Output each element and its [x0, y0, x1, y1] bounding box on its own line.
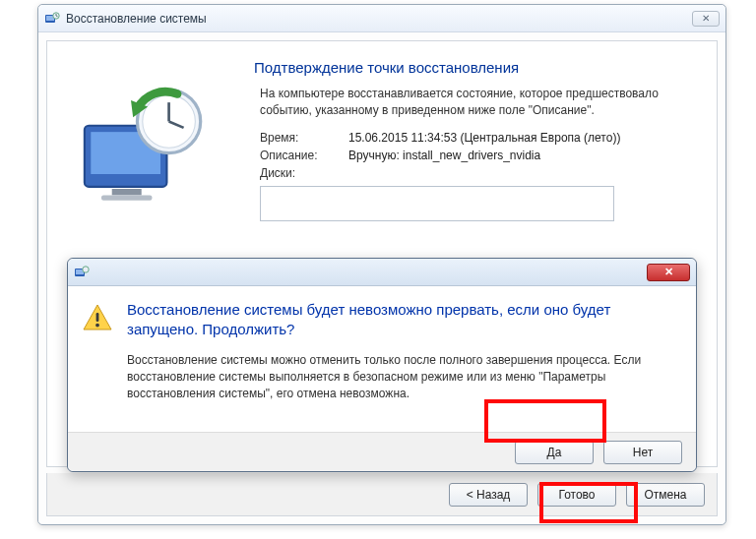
- cancel-button[interactable]: Отмена: [626, 483, 705, 507]
- yes-button[interactable]: Да: [515, 441, 594, 464]
- close-icon: ✕: [702, 14, 710, 24]
- dialog-body: Восстановление системы будет невозможно …: [68, 286, 696, 409]
- wizard-text-area: Подтверждение точки восстановления На ко…: [254, 59, 707, 221]
- warning-icon: [82, 302, 117, 403]
- svg-point-15: [95, 324, 99, 328]
- svg-rect-6: [101, 195, 152, 200]
- finish-button[interactable]: Готово: [537, 483, 616, 507]
- time-label: Время:: [260, 131, 348, 145]
- dialog-footer: Да Нет: [68, 432, 696, 471]
- description-label: Описание:: [260, 149, 348, 162]
- disks-box: [260, 186, 614, 221]
- main-titlebar: Восстановление системы ✕: [38, 5, 725, 32]
- time-value: 15.06.2015 11:34:53 (Центральная Европа …: [348, 131, 707, 145]
- dialog-main-text: Восстановление системы будет невозможно …: [127, 300, 678, 340]
- disks-label: Диски:: [260, 166, 348, 180]
- no-button[interactable]: Нет: [603, 441, 682, 464]
- dialog-text: Восстановление системы будет невозможно …: [127, 300, 678, 403]
- restore-icon: [74, 265, 90, 280]
- dialog-sub-text: Восстановление системы можно отменить то…: [127, 352, 678, 403]
- dialog-close-button[interactable]: ✕: [647, 264, 690, 281]
- restore-illustration-icon: [72, 71, 220, 218]
- description-value: Вручную: install_new_drivers_nvidia: [348, 149, 707, 162]
- close-icon: ✕: [664, 266, 673, 278]
- svg-rect-14: [96, 313, 99, 322]
- dialog-titlebar: ✕: [68, 259, 696, 286]
- page-heading: Подтверждение точки восстановления: [254, 59, 707, 76]
- back-button[interactable]: < Назад: [449, 483, 528, 507]
- main-close-button[interactable]: ✕: [692, 11, 720, 27]
- page-description: На компьютере восстанавливается состояни…: [260, 86, 707, 119]
- restore-icon: [44, 11, 60, 27]
- disks-row: Диски:: [260, 166, 707, 180]
- main-window-title: Восстановление системы: [66, 12, 207, 26]
- wizard-footer: < Назад Готово Отмена: [46, 473, 718, 516]
- confirm-dialog: ✕ Восстановление системы будет невозможн…: [67, 258, 697, 472]
- svg-rect-5: [112, 189, 142, 195]
- svg-point-13: [83, 266, 89, 271]
- time-row: Время: 15.06.2015 11:34:53 (Центральная …: [260, 131, 707, 145]
- description-row: Описание: Вручную: install_new_drivers_n…: [260, 149, 707, 162]
